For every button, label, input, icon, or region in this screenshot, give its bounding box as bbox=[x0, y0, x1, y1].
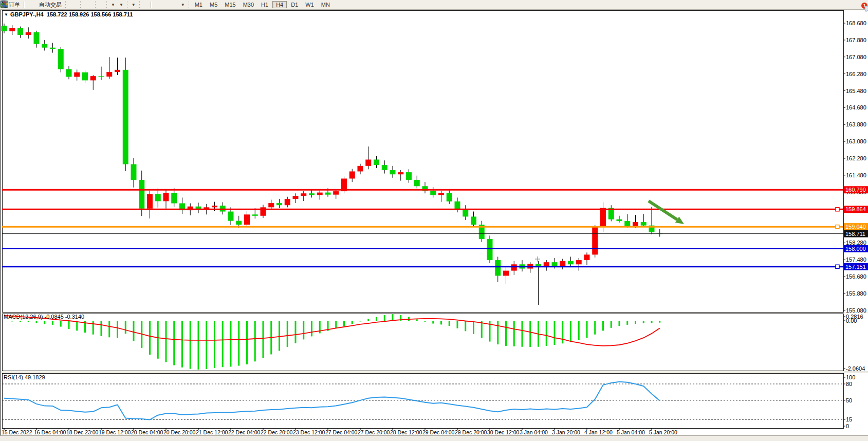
price-tick: 163.880 bbox=[846, 121, 866, 127]
toolbar: 新订单 自动交易 bbox=[0, 0, 868, 10]
candle-down bbox=[123, 70, 128, 164]
timeframe-m1[interactable]: M1 bbox=[192, 2, 206, 8]
horizontal-scrollbar-area[interactable] bbox=[0, 435, 868, 441]
timeframe-d1[interactable]: D1 bbox=[288, 2, 301, 8]
price-tick: 164.680 bbox=[846, 104, 866, 111]
candle-down bbox=[624, 221, 630, 226]
candle-down bbox=[390, 170, 396, 174]
time-tick-label: 21 Dec 12:00 bbox=[196, 429, 228, 435]
candle-down bbox=[617, 219, 622, 221]
candle-up bbox=[212, 206, 217, 207]
candle-down bbox=[171, 193, 177, 204]
signals-button[interactable] bbox=[34, 1, 37, 9]
candle-up bbox=[74, 72, 80, 77]
candle-down bbox=[42, 44, 47, 47]
candle-down bbox=[430, 191, 436, 195]
profiles-button[interactable]: ▼ bbox=[130, 1, 137, 9]
price-tick: 162.280 bbox=[846, 155, 866, 161]
candle-down bbox=[309, 193, 315, 195]
autotrading-button[interactable]: 自动交易 bbox=[38, 1, 63, 9]
mt4-trading-platform: 新订单 自动交易 bbox=[0, 0, 868, 441]
candle-up bbox=[301, 193, 306, 196]
chat-bubble-icon bbox=[864, 5, 868, 13]
candle-down bbox=[252, 214, 258, 215]
symbol-title[interactable]: ▼GBPJPY-,H4 158.722 158.926 158.566 158.… bbox=[4, 11, 133, 17]
price-tick: 167.880 bbox=[846, 37, 866, 43]
candle-down bbox=[568, 261, 574, 265]
candle-up bbox=[163, 193, 169, 201]
vertical-line-tool[interactable] bbox=[154, 1, 157, 9]
candlestick-mode-button[interactable] bbox=[71, 1, 75, 9]
time-tick-label: 18 Dec 23:00 bbox=[66, 429, 99, 435]
rsi-axis-label: 80 bbox=[846, 381, 852, 387]
symbol-label: GBPJPY-,H4 bbox=[10, 11, 44, 17]
separator bbox=[126, 1, 128, 8]
step-forward-button[interactable] bbox=[101, 1, 104, 9]
candle-down bbox=[139, 180, 144, 209]
history-center-button[interactable] bbox=[27, 1, 30, 9]
time-tick-label: 28 Dec 12:00 bbox=[390, 429, 422, 435]
price-badge-text: 160.790 bbox=[845, 187, 866, 193]
rsi-indicator-label: RSI(14) 49.1829 bbox=[4, 374, 45, 380]
timeframe-w1[interactable]: W1 bbox=[302, 2, 317, 8]
candle-down bbox=[34, 32, 40, 44]
zoom-out-button[interactable] bbox=[86, 1, 89, 9]
price-axis[interactable]: 168.680167.880167.080166.280165.480164.6… bbox=[843, 20, 868, 314]
candle-down bbox=[236, 221, 242, 225]
candle-up bbox=[317, 193, 323, 195]
line-chart-mode-button[interactable] bbox=[75, 1, 78, 9]
time-tick-label: 5 Jan 04:00 bbox=[617, 429, 645, 435]
time-tick-label: 19 Dec 12:00 bbox=[99, 429, 131, 435]
candle-up bbox=[349, 171, 355, 178]
strategy-tester-button[interactable] bbox=[98, 1, 101, 9]
text-tool[interactable]: A bbox=[172, 1, 175, 9]
candle-down bbox=[17, 28, 23, 35]
timeframe-m15[interactable]: M15 bbox=[221, 2, 238, 8]
tile-windows-button[interactable] bbox=[90, 1, 93, 9]
time-tick-label: 16 Dec 04:00 bbox=[34, 429, 66, 435]
time-tick-label: 29 Dec 04:00 bbox=[422, 429, 455, 435]
trendline-tool[interactable] bbox=[161, 1, 164, 9]
arrows-tool-button[interactable]: ▼ bbox=[179, 1, 187, 9]
candle-up bbox=[576, 260, 582, 264]
one-click-trading-toggle-icon[interactable]: ▼ bbox=[4, 12, 8, 17]
price-tick: 158.280 bbox=[846, 240, 866, 246]
timeframe-m5[interactable]: M5 bbox=[207, 2, 220, 8]
chart-canvas: 168.680167.880167.080166.280165.480164.6… bbox=[0, 0, 868, 441]
time-tick-label: 15 Dec 2022 bbox=[2, 429, 32, 435]
candle-up bbox=[358, 166, 363, 172]
dropdown-caret: ▼ bbox=[132, 3, 136, 7]
bar-chart-mode-button[interactable] bbox=[68, 1, 71, 9]
time-tick-label: 3 Jan 04:00 bbox=[520, 429, 548, 435]
macd-axis-label: 0.00 bbox=[846, 318, 857, 324]
text-label-tool[interactable]: T bbox=[175, 1, 178, 9]
autotrading-label: 自动交易 bbox=[39, 1, 62, 9]
candle-up bbox=[503, 271, 509, 276]
zoom-in-button[interactable] bbox=[83, 1, 86, 9]
search-icon[interactable] bbox=[0, 0, 8, 8]
candle-down bbox=[82, 72, 88, 81]
timeframe-mn[interactable]: MN bbox=[318, 2, 333, 8]
cursor-tool-button[interactable] bbox=[142, 1, 145, 9]
timeframe-h4[interactable]: H4 bbox=[272, 1, 287, 8]
price-tick: 155.080 bbox=[846, 307, 866, 314]
panel-frames bbox=[0, 11, 868, 429]
horizontal-line-tool[interactable] bbox=[157, 1, 160, 9]
candle-down bbox=[325, 193, 331, 195]
timeframe-h1[interactable]: H1 bbox=[258, 2, 271, 8]
accounts-button[interactable] bbox=[30, 1, 33, 9]
candle-down bbox=[99, 76, 104, 77]
time-axis[interactable]: 15 Dec 202216 Dec 04:0018 Dec 23:0019 De… bbox=[2, 428, 677, 435]
separator bbox=[80, 1, 81, 8]
equidistant-channel-tool[interactable]: E bbox=[164, 1, 168, 9]
crosshair-tool-button[interactable] bbox=[145, 1, 149, 9]
period-clock-button[interactable]: ▼ bbox=[117, 1, 125, 9]
timeframe-m30[interactable]: M30 bbox=[240, 2, 257, 8]
separator bbox=[65, 1, 66, 8]
candle-up bbox=[293, 196, 299, 199]
fibonacci-tool[interactable]: F bbox=[168, 1, 171, 9]
candle-up bbox=[592, 227, 598, 254]
candle-down bbox=[66, 69, 72, 77]
add-chart-button[interactable]: ▼ bbox=[109, 1, 117, 9]
candle-up bbox=[365, 159, 371, 166]
